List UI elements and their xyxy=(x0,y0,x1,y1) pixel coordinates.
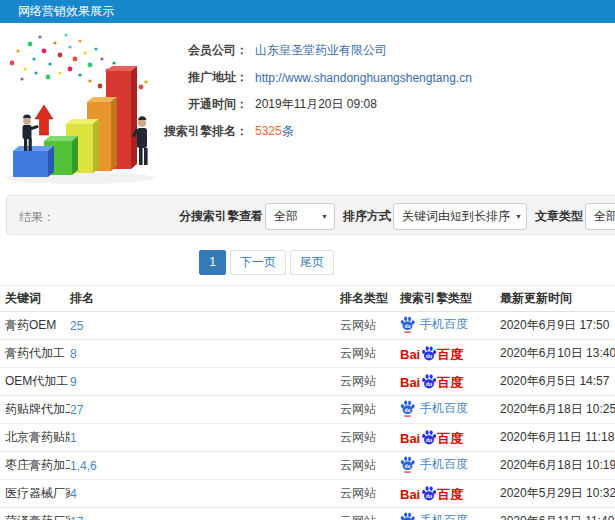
last-page-button[interactable]: 尾页 xyxy=(290,250,334,275)
company-row: 会员公司： 山东皇圣堂药业有限公司 xyxy=(164,37,615,64)
baidu-cn-text: 百度 xyxy=(437,347,463,362)
chevron-down-icon: ▼ xyxy=(321,213,328,220)
filter-controls: 分搜索引擎查看 全部 ▼ 排序方式 关键词由短到长排序 ▼ 文章类型 全部 ▼ … xyxy=(179,202,615,231)
engine-rank-row: 搜索引擎排名： 5325条 xyxy=(164,118,615,145)
table-header-row: 关键词 排名 排名类型 搜索引擎类型 最新更新时间 xyxy=(0,286,615,312)
engine-type-cell: du 手机百度 xyxy=(400,508,500,520)
rank-link[interactable]: 17 xyxy=(70,508,340,520)
rank-type-cell: 云网站 xyxy=(340,452,400,480)
updated-time-cell: 2020年6月18日 10:19 xyxy=(500,452,615,480)
results-table-body: 膏药OEM 25 云网站 du 手机百度 2020年6月9日 17:50 膏药代… xyxy=(0,312,615,520)
article-type-select[interactable]: 全部 ▼ xyxy=(585,203,615,230)
member-info-panel: 会员公司： 山东皇圣堂药业有限公司 推广地址： http://www.shand… xyxy=(164,29,615,191)
sort-select[interactable]: 关键词由短到长排序 ▼ xyxy=(393,203,527,230)
svg-text:du: du xyxy=(426,380,432,386)
rank-type-cell: 云网站 xyxy=(340,340,400,368)
baidu-paw-icon: du xyxy=(421,374,437,390)
baidu-mobile-logo: du 手机百度 xyxy=(400,316,468,333)
page-1-button[interactable]: 1 xyxy=(199,250,226,275)
table-row: 北京膏药贴牌 1 云网站 Bai du 百度 2020年6月11日 11:18 xyxy=(0,424,615,452)
rank-link[interactable]: 9 xyxy=(70,368,340,396)
page-title: 网络营销效果展示 xyxy=(18,3,114,20)
baidu-mobile-label: 手机百度 xyxy=(420,512,468,520)
rank-link[interactable]: 8 xyxy=(70,340,340,368)
rank-type-cell: 云网站 xyxy=(340,424,400,452)
article-type-label: 文章类型 xyxy=(535,208,583,225)
rank-link[interactable]: 1,4,6 xyxy=(70,452,340,480)
table-row: 药贴牌代加工 27 云网站 du 手机百度 2020年6月18日 10:25 xyxy=(0,396,615,424)
keyword-cell: OEM代加工 xyxy=(0,368,70,396)
result-label: 结果： xyxy=(19,209,55,226)
baidu-paw-icon: du xyxy=(421,430,437,446)
baidu-mobile-label: 手机百度 xyxy=(420,400,468,417)
company-label: 会员公司： xyxy=(164,42,248,59)
keyword-cell: 北京膏药贴牌 xyxy=(0,424,70,452)
filter-bar: 结果： 分搜索引擎查看 全部 ▼ 排序方式 关键词由短到长排序 ▼ 文章类型 全… xyxy=(6,195,615,235)
promo-url-row: 推广地址： http://www.shandonghuangshengtang.… xyxy=(164,64,615,91)
rank-type-cell: 云网站 xyxy=(340,312,400,340)
open-time-row: 开通时间： 2019年11月20日 09:08 xyxy=(164,91,615,118)
header-updated: 最新更新时间 xyxy=(500,286,615,312)
company-name-link[interactable]: 山东皇圣堂药业有限公司 xyxy=(255,42,387,59)
updated-time-cell: 2020年6月18日 10:25 xyxy=(500,396,615,424)
engine-rank-value: 5325条 xyxy=(255,123,294,140)
growth-bar-chart-image xyxy=(0,29,164,189)
summary-section: 会员公司： 山东皇圣堂药业有限公司 推广地址： http://www.shand… xyxy=(0,29,615,191)
engine-type-cell: du 手机百度 xyxy=(400,396,500,424)
rank-unit: 条 xyxy=(282,124,294,138)
header-engine-type: 搜索引擎类型 xyxy=(400,286,500,312)
baidu-paw-icon: du xyxy=(421,346,437,362)
engine-type-cell: Bai du 百度 xyxy=(400,424,500,452)
pagination: 1 下一页 尾页 xyxy=(0,250,615,275)
next-page-button[interactable]: 下一页 xyxy=(230,250,286,275)
keyword-cell: 膏药OEM xyxy=(0,312,70,340)
baidu-mobile-label: 手机百度 xyxy=(420,316,468,333)
engine-type-cell: Bai du 百度 xyxy=(400,340,500,368)
engine-type-cell: Bai du 百度 xyxy=(400,480,500,508)
updated-time-cell: 2020年6月10日 13:40 xyxy=(500,340,615,368)
open-time-label: 开通时间： xyxy=(164,96,248,113)
header-rank: 排名 xyxy=(70,286,340,312)
rank-link[interactable]: 4 xyxy=(70,480,340,508)
rank-link[interactable]: 27 xyxy=(70,396,340,424)
results-table: 关键词 排名 排名类型 搜索引擎类型 最新更新时间 膏药OEM 25 云网站 d… xyxy=(0,285,615,520)
keyword-cell: 膏药代加工 xyxy=(0,340,70,368)
chart-illustration xyxy=(0,29,164,189)
table-row: 膏药代加工 8 云网站 Bai du 百度 2020年6月10日 13:40 xyxy=(0,340,615,368)
svg-text:du: du xyxy=(426,436,432,442)
engine-filter-label: 分搜索引擎查看 xyxy=(179,208,263,225)
keyword-cell: 枣庄膏药加工 xyxy=(0,452,70,480)
engine-type-cell: du 手机百度 xyxy=(400,452,500,480)
rank-link[interactable]: 1 xyxy=(70,424,340,452)
table-row: 菏泽膏药厂家 17 云网站 du 手机百度 2020年6月11日 11:40 xyxy=(0,508,615,520)
rank-type-cell: 云网站 xyxy=(340,396,400,424)
header-rank-type: 排名类型 xyxy=(340,286,400,312)
rank-link[interactable]: 25 xyxy=(70,312,340,340)
baidu-pc-logo: Bai du 百度 xyxy=(400,486,463,502)
promo-url-link[interactable]: http://www.shandonghuangshengtang.cn xyxy=(255,71,472,85)
updated-time-cell: 2020年6月5日 14:57 xyxy=(500,368,615,396)
baidu-pc-logo: Bai du 百度 xyxy=(400,374,463,390)
engine-rank-label: 搜索引擎排名： xyxy=(164,123,248,140)
baidu-pc-logo: Bai du 百度 xyxy=(400,430,463,446)
svg-text:du: du xyxy=(405,407,411,412)
rank-count: 5325 xyxy=(255,124,282,138)
svg-text:du: du xyxy=(405,463,411,468)
open-time-value: 2019年11月20日 09:08 xyxy=(255,96,377,113)
svg-text:du: du xyxy=(426,352,432,358)
baidu-mobile-logo: du 手机百度 xyxy=(400,400,468,417)
svg-text:du: du xyxy=(405,323,411,328)
rank-type-cell: 云网站 xyxy=(340,368,400,396)
engine-filter-select[interactable]: 全部 ▼ xyxy=(265,203,335,230)
businessman-left xyxy=(23,115,40,152)
chevron-down-icon: ▼ xyxy=(515,213,522,220)
engine-type-cell: du 手机百度 xyxy=(400,312,500,340)
baidu-pc-logo: Bai du 百度 xyxy=(400,346,463,362)
updated-time-cell: 2020年5月29日 10:32 xyxy=(500,480,615,508)
header-keyword: 关键词 xyxy=(0,286,70,312)
baidu-paw-icon: du xyxy=(400,316,415,333)
keyword-cell: 菏泽膏药厂家 xyxy=(0,508,70,520)
baidu-mobile-logo: du 手机百度 xyxy=(400,512,468,520)
svg-text:du: du xyxy=(426,492,432,498)
keyword-cell: 医疗器械厂家 xyxy=(0,480,70,508)
